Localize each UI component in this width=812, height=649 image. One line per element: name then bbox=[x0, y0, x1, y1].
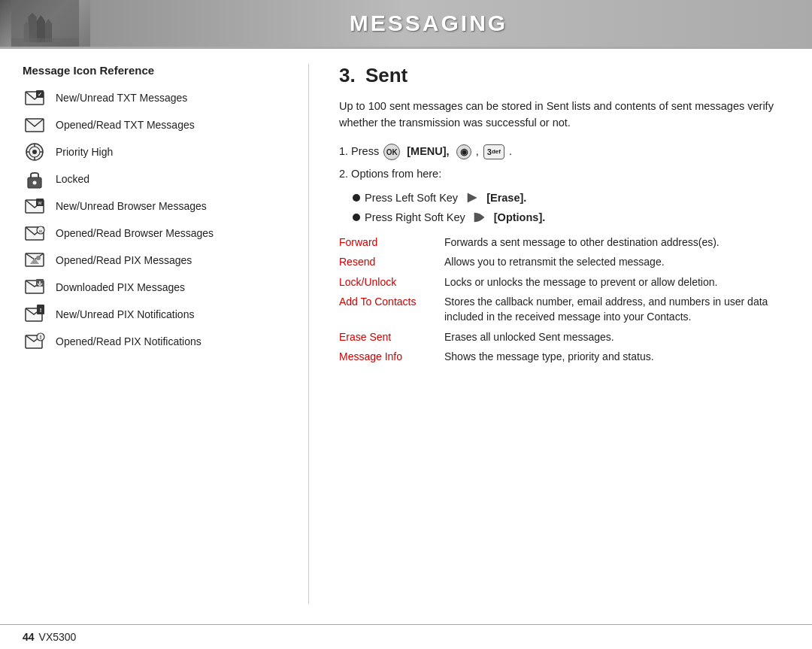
icon-label: Opened/Read PIX Messages bbox=[56, 254, 192, 266]
new-unread-browser-icon: w bbox=[23, 196, 47, 217]
icon-label: New/Unread TXT Messages bbox=[56, 92, 187, 104]
locked-icon bbox=[23, 168, 47, 190]
table-row: Lock/UnlockLocks or unlocks the message … bbox=[339, 272, 789, 292]
sub-step-2: Press Right Soft Key [Options]. bbox=[353, 210, 789, 225]
new-unread-txt-icon: ✓ bbox=[23, 87, 47, 108]
opened-read-txt-icon bbox=[23, 114, 47, 135]
icon-label: New/Unread PIX Notifications bbox=[56, 308, 194, 320]
svg-text:w: w bbox=[37, 200, 42, 205]
list-item: ✓ New/Unread TXT Messages bbox=[23, 87, 278, 108]
option-desc: Allows you to retransmit the selected me… bbox=[444, 252, 789, 271]
svg-point-16 bbox=[32, 150, 37, 154]
table-row: Erase SentErases all unlocked Sent messa… bbox=[339, 327, 789, 347]
column-divider bbox=[308, 64, 309, 604]
step-2: 2. Options from here: bbox=[339, 166, 789, 183]
option-desc: Stores the callback number, email addres… bbox=[444, 292, 789, 327]
page-title: MESSAGING bbox=[90, 11, 812, 36]
table-row: ForwardForwards a sent message to other … bbox=[339, 232, 789, 252]
bullet-icon bbox=[353, 194, 360, 202]
steps-list: 1. Press OK [MENU], ◉ , 3def . 2. Option… bbox=[339, 144, 789, 183]
header-image bbox=[0, 0, 90, 47]
list-item: Priority High bbox=[23, 141, 278, 162]
option-term: Resend bbox=[339, 252, 444, 271]
icon-label: Locked bbox=[56, 173, 89, 185]
option-term: Erase Sent bbox=[339, 327, 444, 347]
intro-paragraph: Up to 100 sent messages can be stored in… bbox=[339, 98, 789, 132]
opened-read-pix-notif-icon: ! bbox=[23, 331, 47, 352]
list-item: w New/Unread Browser Messages bbox=[23, 196, 278, 217]
right-softkey-icon bbox=[472, 210, 487, 225]
option-term: Lock/Unlock bbox=[339, 272, 444, 292]
option-desc: Forwards a sent message to other destina… bbox=[444, 232, 789, 252]
list-item: Opened/Read TXT Messages bbox=[23, 114, 278, 135]
downloaded-pix-icon bbox=[23, 277, 47, 298]
icon-label: Opened/Read TXT Messages bbox=[56, 119, 195, 131]
sub-steps-list: Press Left Soft Key [Erase]. Press Right… bbox=[353, 190, 789, 225]
list-item: Downloaded PIX Messages bbox=[23, 277, 278, 298]
left-softkey-icon bbox=[465, 190, 480, 205]
new-unread-pix-notif-icon: ! bbox=[23, 304, 47, 325]
bullet-icon bbox=[353, 214, 360, 221]
page-footer: 44 VX5300 bbox=[0, 624, 812, 649]
header-decoration-icon bbox=[8, 0, 83, 47]
icon-label: Opened/Read PIX Notifications bbox=[56, 335, 201, 347]
priority-high-icon bbox=[23, 141, 47, 162]
list-item: Opened/Read PIX Messages bbox=[23, 250, 278, 271]
opened-read-pix-icon bbox=[23, 250, 47, 271]
option-term: Forward bbox=[339, 232, 444, 252]
svg-marker-1 bbox=[28, 13, 36, 42]
sub-step-1: Press Left Soft Key [Erase]. bbox=[353, 190, 789, 205]
right-column: 3. Sent Up to 100 sent messages can be s… bbox=[339, 64, 789, 604]
nav-key-icon: ◉ bbox=[456, 144, 471, 159]
svg-point-18 bbox=[33, 181, 37, 185]
model-number: VX5300 bbox=[39, 631, 77, 643]
svg-text:!: ! bbox=[40, 334, 42, 341]
num3-key-icon: 3def bbox=[483, 144, 504, 160]
option-desc: Erases all unlocked Sent messages. bbox=[444, 327, 789, 347]
icon-list: ✓ New/Unread TXT Messages Opened/Read TX… bbox=[23, 87, 278, 352]
icon-label: New/Unread Browser Messages bbox=[56, 200, 207, 212]
icon-label: Priority High bbox=[56, 146, 113, 158]
svg-text:!: ! bbox=[40, 307, 42, 314]
table-row: Message InfoShows the message type, prio… bbox=[339, 347, 789, 366]
options-table: ForwardForwards a sent message to other … bbox=[339, 232, 789, 366]
main-content: Message Icon Reference ✓ New/Unread TXT … bbox=[0, 49, 812, 619]
option-term: Message Info bbox=[339, 347, 444, 366]
svg-rect-5 bbox=[11, 38, 79, 47]
icon-label: Opened/Read Browser Messages bbox=[56, 227, 214, 239]
left-column: Message Icon Reference ✓ New/Unread TXT … bbox=[23, 64, 278, 604]
list-item: ! Opened/Read PIX Notifications bbox=[23, 331, 278, 352]
icon-reference-heading: Message Icon Reference bbox=[23, 64, 278, 77]
list-item: Locked bbox=[23, 168, 278, 190]
svg-text:w: w bbox=[38, 229, 43, 233]
ok-key-icon: OK bbox=[383, 144, 400, 160]
table-row: Add To ContactsStores the callback numbe… bbox=[339, 292, 789, 327]
opened-read-browser-icon: w bbox=[23, 223, 47, 244]
step-1: 1. Press OK [MENU], ◉ , 3def . bbox=[339, 144, 789, 161]
option-desc: Shows the message type, priority and sta… bbox=[444, 347, 789, 366]
list-item: ! New/Unread PIX Notifications bbox=[23, 304, 278, 325]
list-item: w Opened/Read Browser Messages bbox=[23, 223, 278, 244]
icon-label: Downloaded PIX Messages bbox=[56, 281, 185, 293]
page-header: MESSAGING bbox=[0, 0, 812, 47]
page-number: 44 bbox=[23, 631, 35, 643]
svg-point-26 bbox=[36, 256, 41, 260]
svg-text:✓: ✓ bbox=[38, 92, 42, 97]
option-term: Add To Contacts bbox=[339, 292, 444, 327]
section-title: 3. Sent bbox=[339, 64, 789, 87]
option-desc: Locks or unlocks the message to prevent … bbox=[444, 272, 789, 292]
table-row: ResendAllows you to retransmit the selec… bbox=[339, 252, 789, 271]
